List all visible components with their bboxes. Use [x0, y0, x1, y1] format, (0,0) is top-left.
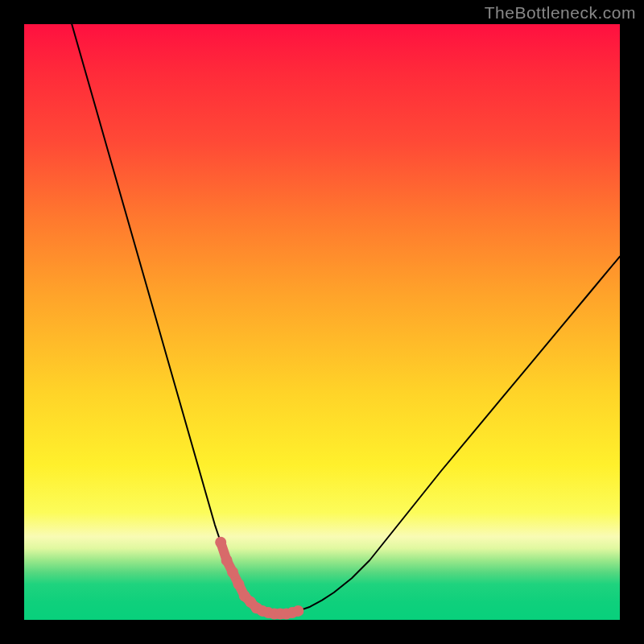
chart-svg — [24, 24, 620, 620]
watermark-text: TheBottleneck.com — [485, 3, 636, 23]
bottleneck-curve — [72, 24, 620, 614]
valley-dot — [292, 605, 303, 617]
chart-plot-area — [24, 24, 620, 620]
valley-dot — [233, 579, 244, 590]
valley-dot — [221, 555, 233, 566]
valley-dot — [215, 537, 226, 548]
valley-dots — [215, 537, 303, 620]
chart-stage: TheBottleneck.com — [0, 0, 644, 644]
valley-dot — [227, 567, 238, 578]
